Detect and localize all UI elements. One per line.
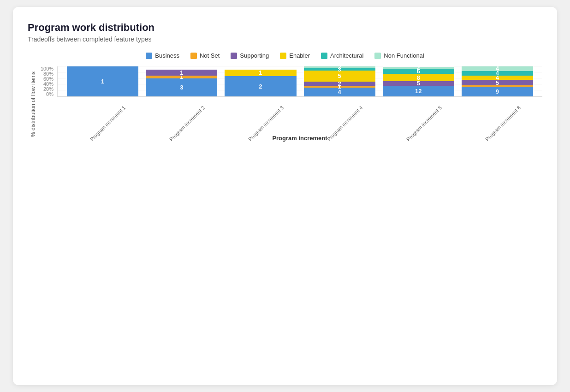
bar-segment-enabler: 1 — [225, 70, 296, 77]
legend-label: Not Set — [200, 52, 220, 59]
bar-segment-business: 9 — [462, 87, 533, 96]
legend-swatch — [190, 53, 197, 59]
segment-value: 1 — [259, 69, 262, 76]
legend-swatch — [321, 53, 327, 59]
bar-segment-enabler: 8 — [383, 74, 454, 81]
bar-group: 412532 — [304, 66, 375, 96]
legend-label: Non Functional — [384, 52, 424, 59]
stacked-bar: 95444 — [462, 66, 533, 96]
bar-segment-non-functional: 2 — [304, 66, 375, 68]
segment-value: 3 — [180, 84, 183, 91]
legend-label: Enabler — [289, 52, 310, 59]
bar-group: 95444 — [462, 66, 533, 96]
bar-segment-non-functional: 2 — [383, 67, 454, 69]
segment-value: 12 — [415, 88, 422, 95]
segment-value: 9 — [496, 88, 499, 95]
segment-value: 8 — [417, 74, 420, 81]
bar-segment-supporting: 1 — [146, 70, 217, 76]
bar-segment-business: 12 — [383, 86, 454, 96]
bar-group: 125862 — [383, 66, 454, 96]
bar-segment-supporting: 2 — [304, 82, 375, 86]
segment-value: 2 — [259, 83, 262, 90]
legend-label: Business — [155, 52, 179, 59]
segment-value: 5 — [338, 72, 341, 79]
bars-row: 13112141253212586295444 — [58, 66, 542, 96]
y-axis-label: % distribution of flow items — [30, 71, 36, 137]
bar-segment-business: 1 — [67, 66, 138, 96]
chart-inner: 100%80%60%40%20%0% 131121412532125862954… — [41, 66, 542, 142]
y-axis-label-container: % distribution of flow items — [28, 66, 39, 142]
legend-item: Not Set — [190, 52, 220, 59]
x-labels: Program increment 1Program increment 2Pr… — [57, 100, 542, 107]
bar-segment-business: 3 — [146, 78, 217, 96]
legend-label: Architectural — [330, 52, 363, 59]
legend-swatch — [231, 53, 237, 59]
segment-value: 1 — [101, 78, 104, 85]
legend-item: Enabler — [280, 52, 310, 59]
segment-value: 2 — [338, 64, 341, 71]
legend-item: Architectural — [321, 52, 363, 59]
stacked-bar: 311 — [146, 66, 217, 96]
bar-segment-non-functional: 4 — [462, 66, 533, 71]
x-label: Program increment 6 — [462, 100, 533, 107]
bar-group: 311 — [146, 66, 217, 96]
bar-segment-business: 2 — [225, 76, 296, 96]
legend-item: Business — [146, 52, 179, 59]
legend: BusinessNot SetSupportingEnablerArchitec… — [28, 52, 542, 59]
legend-item: Supporting — [231, 52, 269, 59]
segment-value: 2 — [417, 64, 420, 71]
segment-value: 4 — [496, 65, 499, 72]
segment-value: 1 — [180, 69, 183, 76]
legend-label: Supporting — [240, 52, 269, 59]
bars-container: 13112141253212586295444 — [57, 66, 542, 97]
bar-group: 1 — [67, 66, 138, 96]
x-label: Program increment 3 — [225, 100, 296, 107]
x-label: Program increment 1 — [66, 100, 138, 107]
chart-card: Program work distribution Tradeoffs betw… — [13, 7, 557, 385]
bar-segment-supporting: 5 — [383, 81, 454, 86]
legend-swatch — [374, 53, 381, 59]
stacked-bar: 1 — [67, 66, 138, 96]
stacked-bar: 412532 — [304, 66, 375, 96]
legend-swatch — [280, 53, 286, 59]
chart-subtitle: Tradeoffs between completed feature type… — [28, 36, 542, 43]
x-label: Program increment 5 — [382, 100, 454, 107]
y-ticks: 100%80%60%40%20%0% — [41, 66, 57, 97]
stacked-bar: 21 — [225, 66, 296, 96]
y-tick: 0% — [41, 92, 53, 97]
grid-and-bars: 100%80%60%40%20%0% 131121412532125862954… — [41, 66, 542, 97]
legend-item: Non Functional — [374, 52, 424, 59]
x-label: Program increment 2 — [145, 100, 217, 107]
chart-title: Program work distribution — [28, 22, 542, 34]
legend-swatch — [146, 53, 152, 59]
chart-area: % distribution of flow items 100%80%60%4… — [28, 66, 542, 142]
x-label: Program increment 4 — [303, 100, 375, 107]
stacked-bar: 125862 — [383, 66, 454, 96]
bar-group: 21 — [225, 66, 296, 96]
x-axis-title: Program increment — [57, 135, 542, 142]
